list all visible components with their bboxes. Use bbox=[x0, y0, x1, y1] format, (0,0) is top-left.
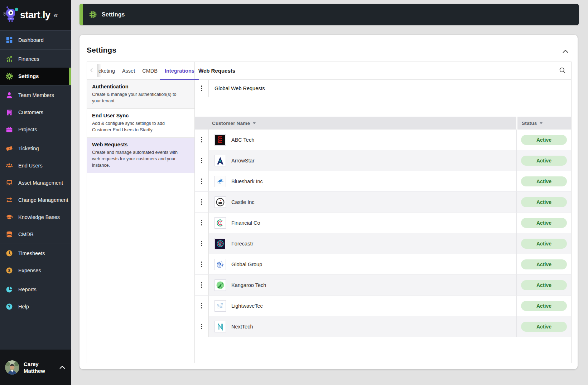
sidebar-group: Timesheets $ Expenses bbox=[0, 244, 71, 280]
global-row-kebab-icon[interactable] bbox=[199, 83, 204, 93]
row-menu-kebab-icon[interactable] bbox=[199, 197, 204, 207]
brand-name: start.ly bbox=[20, 10, 50, 21]
kebab-cell bbox=[195, 275, 209, 295]
sidebar-item-cmdb[interactable]: CMDB bbox=[0, 226, 71, 243]
row-menu-kebab-icon[interactable] bbox=[199, 135, 204, 145]
sidebar-item-projects[interactable]: Projects bbox=[0, 121, 71, 138]
table-row[interactable]: ABC Tech Active bbox=[195, 130, 571, 150]
submenu-list: Authentication Create & manage your auth… bbox=[87, 80, 194, 173]
table-row[interactable]: Financial Co Active bbox=[195, 213, 571, 233]
customer-name: Financial Co bbox=[231, 220, 260, 226]
column-header-status[interactable]: Status bbox=[516, 117, 571, 130]
tab-cmdb[interactable]: CMDB bbox=[139, 62, 161, 80]
chevron-left-icon bbox=[88, 67, 95, 74]
kebab-cell bbox=[195, 213, 209, 233]
submenu-item-authentication[interactable]: Authentication Create & manage your auth… bbox=[87, 80, 194, 109]
user-menu[interactable]: Carey Matthew bbox=[0, 350, 71, 385]
sidebar-collapse-button[interactable]: « bbox=[54, 11, 58, 20]
integrations-submenu: cketingAssetCMDBIntegrations Authenticat… bbox=[87, 62, 195, 363]
gear-icon bbox=[89, 10, 97, 19]
tabs: cketingAssetCMDBIntegrations bbox=[87, 62, 194, 80]
sidebar-item-reports[interactable]: Reports bbox=[0, 281, 71, 298]
kebab-cell bbox=[195, 296, 209, 316]
row-menu-kebab-icon[interactable] bbox=[199, 322, 204, 332]
ticket-icon bbox=[5, 144, 14, 153]
settings-card: Settings cketingAssetCMDBIntegrations Au… bbox=[79, 35, 578, 369]
sidebar-item-finances[interactable]: Finances bbox=[0, 50, 71, 68]
sidebar-item-team-members[interactable]: Team Members bbox=[0, 87, 71, 104]
database-icon bbox=[5, 230, 14, 239]
sidebar: start.ly « Dashboard Finances Settings T… bbox=[0, 0, 71, 385]
forecastr-logo-icon bbox=[215, 238, 226, 249]
tab-asset[interactable]: Asset bbox=[119, 62, 139, 80]
kebab-cell bbox=[195, 130, 209, 150]
sort-caret-icon bbox=[253, 122, 256, 124]
kebab-cell bbox=[195, 150, 209, 171]
row-menu-kebab-icon[interactable] bbox=[199, 176, 204, 186]
lightwave-logo-icon bbox=[215, 300, 226, 312]
table-row[interactable]: Blueshark Inc Active bbox=[195, 171, 571, 192]
abc-tech-logo-icon bbox=[215, 134, 226, 146]
sidebar-group: Team Members Customers Projects bbox=[0, 86, 71, 139]
app-logo: start.ly « bbox=[0, 0, 71, 31]
sidebar-item-customers[interactable]: Customers bbox=[0, 104, 71, 121]
row-menu-kebab-icon[interactable] bbox=[199, 239, 204, 249]
sidebar-item-timesheets[interactable]: Timesheets bbox=[0, 245, 71, 262]
global-web-requests-row[interactable]: Global Web Requests bbox=[195, 80, 571, 97]
column-header-customer-name[interactable]: Customer Name bbox=[195, 121, 516, 126]
sidebar-item-change-management[interactable]: Change Management bbox=[0, 191, 71, 209]
card-collapse-button[interactable] bbox=[561, 48, 570, 56]
page-title: Settings bbox=[102, 11, 125, 18]
row-menu-kebab-icon[interactable] bbox=[199, 156, 204, 166]
chevron-up-icon bbox=[562, 51, 569, 57]
sidebar-item-asset-management[interactable]: Asset Management bbox=[0, 174, 71, 191]
chevron-up-icon[interactable] bbox=[58, 364, 66, 371]
row-menu-kebab-icon[interactable] bbox=[199, 259, 204, 269]
tabs-next-button[interactable] bbox=[198, 65, 204, 76]
svg-text:$: $ bbox=[8, 268, 11, 273]
clock-icon bbox=[5, 249, 14, 258]
main-content: Settings Settings cketingAssetCMDBIntegr… bbox=[71, 0, 588, 385]
sidebar-group: Ticketing End Users Asset Management Cha… bbox=[0, 139, 71, 244]
sidebar-item-dashboard[interactable]: Dashboard bbox=[0, 31, 71, 49]
sidebar-item-knowledge-bases[interactable]: Knowledge Bases bbox=[0, 209, 71, 226]
briefcase-icon bbox=[5, 125, 14, 134]
customer-name: Global Group bbox=[231, 262, 262, 267]
table-row[interactable]: Kangaroo Tech Active bbox=[195, 275, 571, 296]
sidebar-group: Dashboard bbox=[0, 31, 71, 50]
submenu-item-end-user-sync[interactable]: End User Sync Add & configure sync setti… bbox=[87, 109, 194, 138]
sidebar-item-ticketing[interactable]: Ticketing bbox=[0, 140, 71, 157]
sidebar-item-help[interactable]: ? Help bbox=[0, 298, 71, 315]
table-row[interactable]: LightwaveTec Active bbox=[195, 296, 571, 316]
question-icon: ? bbox=[5, 302, 14, 311]
kebab-cell bbox=[195, 254, 209, 274]
status-badge: Active bbox=[521, 301, 567, 311]
row-menu-kebab-icon[interactable] bbox=[199, 280, 204, 290]
sidebar-item-settings[interactable]: Settings bbox=[0, 68, 71, 85]
row-menu-kebab-icon[interactable] bbox=[199, 218, 204, 228]
table-row[interactable]: Global Group Active bbox=[195, 254, 571, 275]
tab-cketing[interactable]: cketing bbox=[95, 62, 119, 80]
building-icon bbox=[5, 108, 14, 117]
tab-integrations[interactable]: Integrations bbox=[161, 62, 198, 80]
submenu-item-web-requests[interactable]: Web Requests Create and manage automated… bbox=[87, 138, 194, 173]
table-row[interactable]: ArrowStar Active bbox=[195, 150, 571, 171]
pie-chart-icon bbox=[5, 285, 14, 294]
finances-icon bbox=[5, 55, 14, 63]
svg-text:?: ? bbox=[8, 304, 10, 309]
sidebar-item-expenses[interactable]: $ Expenses bbox=[0, 262, 71, 279]
search-button[interactable] bbox=[558, 66, 567, 75]
sidebar-item-end-users[interactable]: End Users bbox=[0, 157, 71, 174]
table-row[interactable]: NextTech Active bbox=[195, 316, 571, 337]
chevron-right-icon bbox=[198, 67, 204, 74]
table-row[interactable]: Forecastr Active bbox=[195, 233, 571, 254]
table-row[interactable]: Castle Inc Active bbox=[195, 192, 571, 213]
top-header-bar: Settings bbox=[79, 4, 579, 25]
arrowstar-logo-icon bbox=[215, 155, 226, 166]
status-badge: Active bbox=[521, 280, 567, 290]
tabs-prev-button[interactable] bbox=[88, 65, 95, 76]
customer-name: Castle Inc bbox=[231, 199, 254, 205]
row-menu-kebab-icon[interactable] bbox=[199, 301, 204, 311]
sidebar-group: Reports ? Help bbox=[0, 280, 71, 316]
sort-caret-icon bbox=[540, 122, 543, 124]
